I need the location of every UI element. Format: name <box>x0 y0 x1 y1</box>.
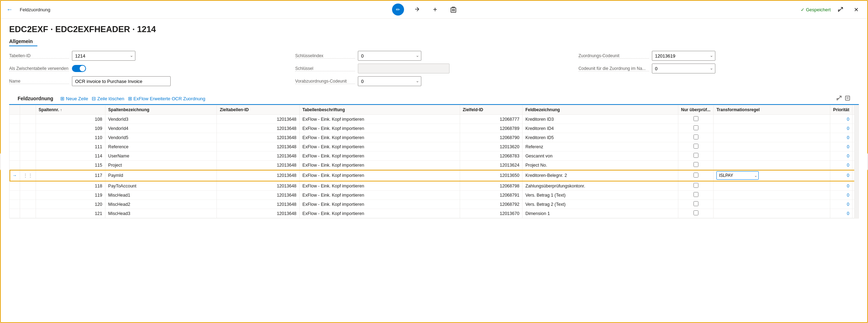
th-nur-ueberpruef[interactable]: Nur überprüf... <box>678 105 713 115</box>
th-transformationsregel[interactable]: Transformationsregel <box>714 105 830 115</box>
row-drag-handle[interactable] <box>20 142 36 151</box>
expand-table-icon[interactable] <box>836 95 842 102</box>
row-tabellenbeschriftung: ExFlow - Eink. Kopf importieren <box>299 161 460 170</box>
row-spaltenbezeichnung: UserName <box>105 151 217 161</box>
row-arrow <box>10 191 20 200</box>
table-row[interactable]: →⋮⋮117PaymId12013648ExFlow - Eink. Kopf … <box>10 170 858 181</box>
top-bar-right: ✓ Gespeichert ✕ <box>801 4 862 15</box>
row-drag-handle[interactable] <box>20 133 36 142</box>
table-row[interactable]: 110VendorId512013648ExFlow - Eink. Kopf … <box>10 133 858 142</box>
expand-button[interactable] <box>835 4 846 15</box>
table-row[interactable]: 120MiscHead212013648ExFlow - Eink. Kopf … <box>10 200 858 209</box>
row-nur-ueberpruef[interactable] <box>678 161 713 170</box>
vorabzuordnung-select[interactable]: 0 <box>358 76 421 86</box>
row-drag-handle[interactable] <box>20 191 36 200</box>
edit-button[interactable]: ✏ <box>392 4 404 16</box>
th-tabellenbeschriftung[interactable]: Tabellenbeschriftung <box>299 105 460 115</box>
row-zielfeld-id: 12068792 <box>460 200 522 209</box>
nur-ueberpruef-checkbox[interactable] <box>693 144 698 149</box>
nur-ueberpruef-checkbox[interactable] <box>693 116 698 121</box>
table-header: Spaltennr. ↑ Spaltenbezeichnung Zieltabe… <box>10 105 858 115</box>
codeunit-zuordnung-select[interactable]: 0 <box>652 64 715 73</box>
th-zielfeld-id[interactable]: Zielfeld-ID <box>460 105 522 115</box>
nur-ueberpruef-checkbox[interactable] <box>693 183 698 188</box>
schluesselindex-select[interactable]: 0 <box>358 51 421 61</box>
row-spaltenbezeichnung: Project <box>105 161 217 170</box>
table-row[interactable]: 109VendorId412013648ExFlow - Eink. Kopf … <box>10 124 858 133</box>
row-spaltennr: 108 <box>36 115 105 124</box>
schluessel-row: Schlüssel <box>295 63 573 74</box>
row-nur-ueberpruef[interactable] <box>678 191 713 200</box>
row-drag-handle[interactable] <box>20 124 36 133</box>
row-spaltenbezeichnung: MiscHead3 <box>105 209 217 218</box>
transformationsregel-input[interactable] <box>716 171 759 180</box>
codeunit-zuordnung-select-wrapper[interactable]: 0 <box>652 64 715 73</box>
tabellen-id-select[interactable]: 1214 <box>72 51 135 61</box>
zuordnungs-codeunit-select[interactable]: 12013619 <box>652 51 715 61</box>
th-spaltennr[interactable]: Spaltennr. ↑ <box>36 105 105 115</box>
row-drag-handle[interactable] <box>20 151 36 161</box>
row-feldbezeichnung: Zahlungsüberprüfungskontonr. <box>522 181 678 191</box>
row-arrow: → <box>10 170 20 181</box>
schluesselindex-row: Schlüsselindex 0 <box>295 50 573 61</box>
row-nur-ueberpruef[interactable] <box>678 115 713 124</box>
scrollbar[interactable] <box>854 105 858 219</box>
als-zwischentabelle-toggle[interactable] <box>72 65 86 72</box>
row-transformationsregel[interactable] <box>714 170 830 181</box>
share-button[interactable] <box>411 4 422 15</box>
exflow-button[interactable]: ⊞ ExFlow Erweiterte OCR Zuordnung <box>127 95 207 102</box>
row-drag-handle[interactable] <box>20 181 36 191</box>
table-row[interactable]: 108VendorId312013648ExFlow - Eink. Kopf … <box>10 115 858 124</box>
schluesselindex-select-wrapper[interactable]: 0 <box>358 51 421 61</box>
back-button[interactable]: ← <box>6 6 13 13</box>
row-drag-handle[interactable] <box>20 161 36 170</box>
nur-ueberpruef-checkbox[interactable] <box>693 173 698 178</box>
table-row[interactable]: 115Project12013648ExFlow - Eink. Kopf im… <box>10 161 858 170</box>
nav-left-arrow[interactable]: ‹ <box>0 153 1 171</box>
zuordnungs-codeunit-select-wrapper[interactable]: 12013619 <box>652 51 715 61</box>
row-arrow <box>10 142 20 151</box>
th-prioritaet[interactable]: Priorität <box>830 105 852 115</box>
row-nur-ueberpruef[interactable] <box>678 181 713 191</box>
nur-ueberpruef-checkbox[interactable] <box>693 134 698 139</box>
th-feldbezeichnung[interactable]: Feldbezeichnung <box>522 105 678 115</box>
row-nur-ueberpruef[interactable] <box>678 200 713 209</box>
delete-button[interactable] <box>448 4 459 15</box>
close-button[interactable]: ✕ <box>850 4 862 15</box>
row-drag-handle[interactable] <box>20 200 36 209</box>
tabellen-id-select-wrapper[interactable]: 1214 <box>72 51 135 61</box>
table-row[interactable]: 111Reference12013648ExFlow - Eink. Kopf … <box>10 142 858 151</box>
row-nur-ueberpruef[interactable] <box>678 209 713 218</box>
name-input[interactable] <box>72 76 171 86</box>
filter-table-icon[interactable] <box>845 95 850 102</box>
zeile-loeschen-button[interactable]: ⊟ Zeile löschen <box>90 95 126 102</box>
row-nur-ueberpruef[interactable] <box>678 151 713 161</box>
nur-ueberpruef-checkbox[interactable] <box>693 125 698 130</box>
row-drag-handle[interactable] <box>20 209 36 218</box>
th-spaltenbezeichnung[interactable]: Spaltenbezeichnung <box>105 105 217 115</box>
row-drag-handle[interactable]: ⋮⋮ <box>20 170 36 181</box>
neue-zeile-button[interactable]: ⊞ Neue Zeile <box>59 95 90 102</box>
form-col-3: Zuordnungs-Codeunit 12013619 Codeunit fü… <box>576 50 859 86</box>
vorabzuordnung-select-wrapper[interactable]: 0 <box>358 76 421 86</box>
row-nur-ueberpruef[interactable] <box>678 170 713 181</box>
row-zielfeld-id: 12013650 <box>460 170 522 181</box>
nur-ueberpruef-checkbox[interactable] <box>693 201 698 206</box>
row-drag-handle[interactable] <box>20 115 36 124</box>
row-nur-ueberpruef[interactable] <box>678 133 713 142</box>
table-row[interactable]: 121MiscHead312013648ExFlow - Eink. Kopf … <box>10 209 858 218</box>
nur-ueberpruef-checkbox[interactable] <box>693 162 698 167</box>
table-row[interactable]: 114UserName12013648ExFlow - Eink. Kopf i… <box>10 151 858 161</box>
row-nur-ueberpruef[interactable] <box>678 142 713 151</box>
nur-ueberpruef-checkbox[interactable] <box>693 153 698 158</box>
nur-ueberpruef-checkbox[interactable] <box>693 210 698 215</box>
add-button[interactable]: + <box>429 4 441 15</box>
th-zieltabellen-id[interactable]: Zieltabellen-ID <box>217 105 299 115</box>
row-prioritaet: 0 <box>830 151 852 161</box>
table-row[interactable]: 119MiscHead112013648ExFlow - Eink. Kopf … <box>10 191 858 200</box>
row-nur-ueberpruef[interactable] <box>678 124 713 133</box>
table-row[interactable]: 118PayToAccount12013648ExFlow - Eink. Ko… <box>10 181 858 191</box>
nur-ueberpruef-checkbox[interactable] <box>693 192 698 197</box>
row-spaltenbezeichnung: Reference <box>105 142 217 151</box>
row-tabellenbeschriftung: ExFlow - Eink. Kopf importieren <box>299 124 460 133</box>
